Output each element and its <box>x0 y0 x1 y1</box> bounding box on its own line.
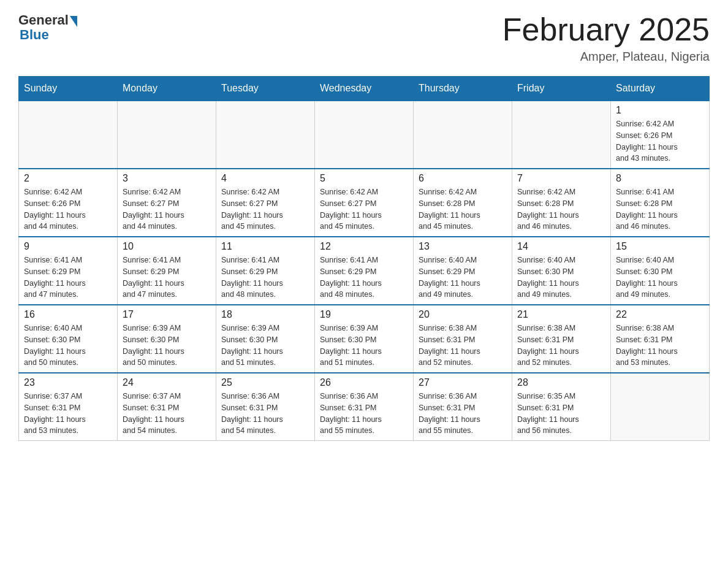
day-number: 8 <box>616 173 704 184</box>
day-info: Sunrise: 6:37 AM Sunset: 6:31 PM Dayligh… <box>24 391 112 437</box>
day-info: Sunrise: 6:41 AM Sunset: 6:29 PM Dayligh… <box>320 255 408 301</box>
calendar-cell <box>19 101 118 169</box>
day-number: 25 <box>221 377 309 388</box>
day-info: Sunrise: 6:36 AM Sunset: 6:31 PM Dayligh… <box>221 391 309 437</box>
title-area: February 2025 Amper, Plateau, Nigeria <box>502 12 710 64</box>
day-info: Sunrise: 6:40 AM Sunset: 6:29 PM Dayligh… <box>419 255 507 301</box>
calendar-cell: 3Sunrise: 6:42 AM Sunset: 6:27 PM Daylig… <box>118 169 216 237</box>
day-number: 10 <box>123 241 211 252</box>
day-number: 17 <box>123 309 211 320</box>
day-of-week-header: Saturday <box>611 77 710 101</box>
day-of-week-header: Sunday <box>19 77 118 101</box>
calendar-cell: 27Sunrise: 6:36 AM Sunset: 6:31 PM Dayli… <box>414 373 512 441</box>
day-info: Sunrise: 6:39 AM Sunset: 6:30 PM Dayligh… <box>221 323 309 369</box>
calendar-cell <box>216 101 315 169</box>
day-number: 3 <box>123 173 211 184</box>
day-info: Sunrise: 6:40 AM Sunset: 6:30 PM Dayligh… <box>517 255 605 301</box>
day-info: Sunrise: 6:36 AM Sunset: 6:31 PM Dayligh… <box>419 391 507 437</box>
day-info: Sunrise: 6:42 AM Sunset: 6:26 PM Dayligh… <box>616 118 704 164</box>
logo-general-text: General <box>18 12 69 28</box>
day-info: Sunrise: 6:41 AM Sunset: 6:29 PM Dayligh… <box>221 255 309 301</box>
calendar-cell: 8Sunrise: 6:41 AM Sunset: 6:28 PM Daylig… <box>611 169 710 237</box>
day-number: 13 <box>419 241 507 252</box>
page-header: General Blue February 2025 Amper, Platea… <box>18 12 710 64</box>
calendar-cell: 17Sunrise: 6:39 AM Sunset: 6:30 PM Dayli… <box>118 305 216 373</box>
day-of-week-header: Friday <box>512 77 611 101</box>
calendar-cell: 21Sunrise: 6:38 AM Sunset: 6:31 PM Dayli… <box>512 305 611 373</box>
day-of-week-header: Monday <box>118 77 216 101</box>
calendar-table: SundayMondayTuesdayWednesdayThursdayFrid… <box>18 76 710 441</box>
calendar-cell: 15Sunrise: 6:40 AM Sunset: 6:30 PM Dayli… <box>611 237 710 305</box>
logo-arrow-icon <box>70 16 77 27</box>
day-number: 5 <box>320 173 408 184</box>
day-number: 6 <box>419 173 507 184</box>
day-info: Sunrise: 6:39 AM Sunset: 6:30 PM Dayligh… <box>320 323 408 369</box>
day-number: 14 <box>517 241 605 252</box>
day-number: 16 <box>24 309 112 320</box>
day-number: 4 <box>221 173 309 184</box>
day-number: 15 <box>616 241 704 252</box>
calendar-header-row: SundayMondayTuesdayWednesdayThursdayFrid… <box>19 77 710 101</box>
day-info: Sunrise: 6:41 AM Sunset: 6:29 PM Dayligh… <box>123 255 211 301</box>
day-number: 23 <box>24 377 112 388</box>
calendar-cell: 12Sunrise: 6:41 AM Sunset: 6:29 PM Dayli… <box>315 237 414 305</box>
week-row: 1Sunrise: 6:42 AM Sunset: 6:26 PM Daylig… <box>19 101 710 169</box>
calendar-cell: 9Sunrise: 6:41 AM Sunset: 6:29 PM Daylig… <box>19 237 118 305</box>
calendar-cell <box>414 101 512 169</box>
day-number: 28 <box>517 377 605 388</box>
day-number: 2 <box>24 173 112 184</box>
day-info: Sunrise: 6:42 AM Sunset: 6:28 PM Dayligh… <box>517 186 605 232</box>
day-info: Sunrise: 6:36 AM Sunset: 6:31 PM Dayligh… <box>320 391 408 437</box>
day-number: 7 <box>517 173 605 184</box>
calendar-cell: 28Sunrise: 6:35 AM Sunset: 6:31 PM Dayli… <box>512 373 611 441</box>
day-of-week-header: Thursday <box>414 77 512 101</box>
calendar-cell: 1Sunrise: 6:42 AM Sunset: 6:26 PM Daylig… <box>611 101 710 169</box>
month-title: February 2025 <box>502 12 710 47</box>
location-text: Amper, Plateau, Nigeria <box>502 50 710 64</box>
calendar-cell: 18Sunrise: 6:39 AM Sunset: 6:30 PM Dayli… <box>216 305 315 373</box>
day-info: Sunrise: 6:38 AM Sunset: 6:31 PM Dayligh… <box>517 323 605 369</box>
day-info: Sunrise: 6:41 AM Sunset: 6:29 PM Dayligh… <box>24 255 112 301</box>
calendar-cell: 24Sunrise: 6:37 AM Sunset: 6:31 PM Dayli… <box>118 373 216 441</box>
calendar-cell: 14Sunrise: 6:40 AM Sunset: 6:30 PM Dayli… <box>512 237 611 305</box>
day-info: Sunrise: 6:38 AM Sunset: 6:31 PM Dayligh… <box>419 323 507 369</box>
day-info: Sunrise: 6:42 AM Sunset: 6:27 PM Dayligh… <box>221 186 309 232</box>
day-number: 27 <box>419 377 507 388</box>
calendar-cell: 13Sunrise: 6:40 AM Sunset: 6:29 PM Dayli… <box>414 237 512 305</box>
day-info: Sunrise: 6:42 AM Sunset: 6:27 PM Dayligh… <box>123 186 211 232</box>
day-info: Sunrise: 6:42 AM Sunset: 6:28 PM Dayligh… <box>419 186 507 232</box>
calendar-cell: 19Sunrise: 6:39 AM Sunset: 6:30 PM Dayli… <box>315 305 414 373</box>
day-info: Sunrise: 6:40 AM Sunset: 6:30 PM Dayligh… <box>24 323 112 369</box>
calendar-cell: 2Sunrise: 6:42 AM Sunset: 6:26 PM Daylig… <box>19 169 118 237</box>
day-number: 18 <box>221 309 309 320</box>
day-number: 24 <box>123 377 211 388</box>
day-info: Sunrise: 6:37 AM Sunset: 6:31 PM Dayligh… <box>123 391 211 437</box>
calendar-cell: 25Sunrise: 6:36 AM Sunset: 6:31 PM Dayli… <box>216 373 315 441</box>
day-info: Sunrise: 6:38 AM Sunset: 6:31 PM Dayligh… <box>616 323 704 369</box>
calendar-cell: 16Sunrise: 6:40 AM Sunset: 6:30 PM Dayli… <box>19 305 118 373</box>
calendar-cell <box>611 373 710 441</box>
day-info: Sunrise: 6:42 AM Sunset: 6:27 PM Dayligh… <box>320 186 408 232</box>
day-info: Sunrise: 6:35 AM Sunset: 6:31 PM Dayligh… <box>517 391 605 437</box>
day-number: 20 <box>419 309 507 320</box>
calendar-cell: 22Sunrise: 6:38 AM Sunset: 6:31 PM Dayli… <box>611 305 710 373</box>
day-number: 26 <box>320 377 408 388</box>
calendar-cell: 6Sunrise: 6:42 AM Sunset: 6:28 PM Daylig… <box>414 169 512 237</box>
calendar-cell: 11Sunrise: 6:41 AM Sunset: 6:29 PM Dayli… <box>216 237 315 305</box>
day-number: 22 <box>616 309 704 320</box>
calendar-cell: 26Sunrise: 6:36 AM Sunset: 6:31 PM Dayli… <box>315 373 414 441</box>
day-number: 19 <box>320 309 408 320</box>
day-number: 21 <box>517 309 605 320</box>
logo-blue-text: Blue <box>20 27 49 43</box>
day-info: Sunrise: 6:41 AM Sunset: 6:28 PM Dayligh… <box>616 186 704 232</box>
week-row: 23Sunrise: 6:37 AM Sunset: 6:31 PM Dayli… <box>19 373 710 441</box>
calendar-cell: 23Sunrise: 6:37 AM Sunset: 6:31 PM Dayli… <box>19 373 118 441</box>
calendar-cell <box>315 101 414 169</box>
calendar-cell: 7Sunrise: 6:42 AM Sunset: 6:28 PM Daylig… <box>512 169 611 237</box>
calendar-cell: 10Sunrise: 6:41 AM Sunset: 6:29 PM Dayli… <box>118 237 216 305</box>
calendar-cell <box>512 101 611 169</box>
day-of-week-header: Tuesday <box>216 77 315 101</box>
day-number: 11 <box>221 241 309 252</box>
week-row: 16Sunrise: 6:40 AM Sunset: 6:30 PM Dayli… <box>19 305 710 373</box>
day-info: Sunrise: 6:42 AM Sunset: 6:26 PM Dayligh… <box>24 186 112 232</box>
